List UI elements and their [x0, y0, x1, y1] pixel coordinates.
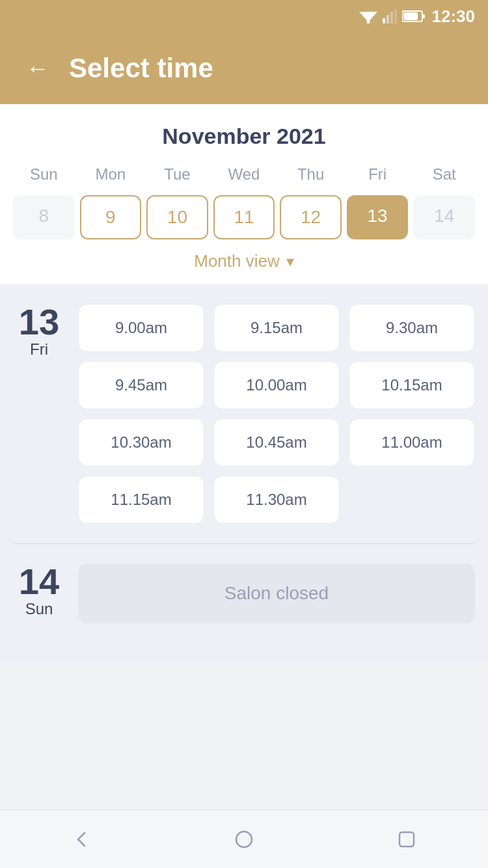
time-slot-1030am[interactable]: 10.30am: [78, 418, 204, 467]
calendar-day-14[interactable]: 14: [413, 195, 475, 239]
battery-icon: [402, 10, 426, 23]
day-header-mon: Mon: [80, 165, 142, 190]
calendar-day-10[interactable]: 10: [146, 195, 208, 239]
svg-rect-4: [386, 15, 389, 23]
day-header-thu: Thu: [280, 165, 342, 190]
svg-rect-8: [422, 14, 425, 18]
time-section: 13 Fri 9.00am 9.15am 9.30am 9.45am 10.00…: [0, 284, 488, 662]
svg-rect-3: [383, 18, 385, 23]
svg-point-10: [236, 832, 252, 847]
day-name-sun: Sun: [13, 600, 65, 618]
month-view-toggle[interactable]: Month view ▾: [13, 251, 475, 271]
chevron-down-icon: ▾: [286, 252, 294, 271]
time-slot-1100am[interactable]: 11.00am: [349, 418, 475, 467]
day-number-13: 13: [13, 304, 65, 340]
svg-rect-9: [403, 12, 418, 20]
svg-point-2: [366, 21, 370, 24]
calendar-day-13[interactable]: 13: [347, 195, 409, 239]
status-time: 12:30: [432, 7, 476, 27]
time-grid-13: 9.00am 9.15am 9.30am 9.45am 10.00am 10.1…: [78, 304, 475, 524]
status-bar: 12:30: [0, 0, 488, 33]
day-name-fri: Fri: [13, 340, 65, 359]
nav-back-button[interactable]: [62, 820, 101, 859]
calendar-day-8[interactable]: 8: [13, 195, 75, 239]
time-slot-1045am[interactable]: 10.45am: [213, 418, 340, 467]
time-slot-1000am[interactable]: 10.00am: [213, 361, 340, 409]
calendar-section: November 2021 Sun Mon Tue Wed Thu Fri Sa…: [0, 104, 488, 284]
calendar-day-9[interactable]: 9: [80, 195, 142, 239]
navigation-bar: [0, 809, 488, 868]
nav-home-button[interactable]: [224, 820, 264, 859]
time-slot-1115am[interactable]: 11.15am: [78, 476, 204, 524]
day-header-sat: Sat: [413, 165, 475, 190]
status-icons: [359, 9, 426, 23]
day-number-14: 14: [13, 563, 65, 600]
back-button[interactable]: ←: [26, 57, 49, 80]
salon-closed-label: Salon closed: [78, 563, 475, 623]
time-slot-915am[interactable]: 9.15am: [213, 304, 340, 352]
day-block-14: 14 Sun Salon closed: [13, 563, 475, 623]
svg-rect-6: [394, 9, 397, 23]
time-slot-945am[interactable]: 9.45am: [78, 361, 204, 409]
day-label-14: 14 Sun: [13, 563, 65, 623]
month-year-label: November 2021: [13, 124, 475, 149]
day-header-wed: Wed: [213, 165, 275, 190]
calendar-day-11[interactable]: 11: [213, 195, 275, 239]
day-header-tue: Tue: [146, 165, 208, 190]
day-header-sun: Sun: [13, 165, 75, 190]
svg-rect-5: [390, 12, 393, 23]
calendar-grid: Sun Mon Tue Wed Thu Fri Sat 8 9 10 11 12…: [13, 165, 475, 239]
time-slot-900am[interactable]: 9.00am: [78, 304, 204, 352]
nav-recent-button[interactable]: [387, 820, 426, 859]
day-block-13: 13 Fri 9.00am 9.15am 9.30am 9.45am 10.00…: [13, 304, 475, 524]
wifi-icon: [359, 9, 377, 23]
day-label-13: 13 Fri: [13, 304, 65, 524]
month-view-label: Month view: [194, 251, 280, 271]
app-header: ← Select time: [0, 33, 488, 104]
calendar-day-12[interactable]: 12: [280, 195, 342, 239]
page-title: Select time: [69, 53, 213, 84]
time-slot-1130am[interactable]: 11.30am: [213, 476, 340, 524]
day-header-fri: Fri: [347, 165, 409, 190]
time-slot-930am[interactable]: 9.30am: [349, 304, 475, 352]
section-divider: [13, 543, 475, 544]
svg-rect-11: [400, 832, 414, 847]
signal-icon: [383, 9, 397, 23]
time-slot-1015am[interactable]: 10.15am: [349, 361, 475, 409]
